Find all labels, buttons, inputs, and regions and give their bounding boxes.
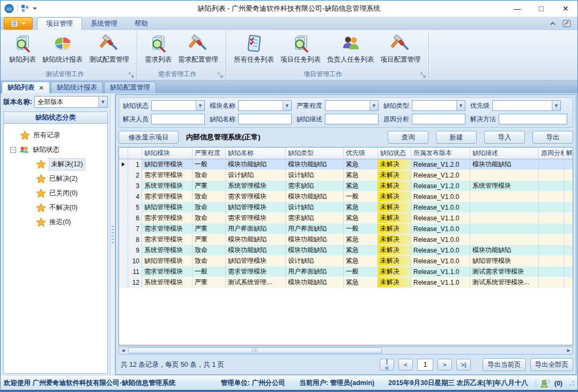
next-page-button[interactable]: > xyxy=(438,359,452,371)
column-header[interactable]: 优先级 xyxy=(344,147,378,159)
ribbon-tab-3[interactable]: 帮助 xyxy=(126,17,157,30)
table-cell: 设计缺陷 xyxy=(286,170,344,181)
table-row[interactable]: 2需求管理模块致命设计缺陷设计缺陷紧急未解决Release_V1.2.0 xyxy=(119,170,573,181)
export-all-pages-button[interactable]: 导出全部页 xyxy=(530,358,574,371)
table-cell: 模块功能缺陷 xyxy=(226,159,286,170)
table-row[interactable]: 5缺陷管理模块致命缺陷管理模块设计缺陷紧急未解决Release_V1.0.0 xyxy=(119,202,573,213)
ribbon-tab-2[interactable]: 系统管理 xyxy=(82,17,126,30)
prev-page-button[interactable]: < xyxy=(398,359,413,371)
modify-display-button[interactable]: 修改显示项目 xyxy=(118,131,179,144)
doc-search-icon xyxy=(13,34,32,54)
table-row[interactable]: 3系统管理模块严重系统管理模块需求缺陷紧急未解决Release_V1.2.0系统… xyxy=(119,181,573,191)
resize-grip[interactable] xyxy=(569,381,574,386)
ribbon-tab-1[interactable]: 项目管理 xyxy=(37,17,82,30)
chevron-down-icon[interactable]: ▼ xyxy=(283,101,291,110)
table-row[interactable]: 9系统管理模块致命模块功能缺陷模块功能缺陷紧急未解决Release_V1.0.0… xyxy=(119,245,573,256)
last-page-button[interactable]: >| xyxy=(456,359,471,371)
import-button[interactable]: 导入 xyxy=(484,131,525,144)
divider xyxy=(17,4,18,13)
filter-input[interactable] xyxy=(325,114,379,124)
maximize-button[interactable]: □ xyxy=(529,1,553,17)
caret-down-icon[interactable] xyxy=(33,7,37,10)
chevron-down-icon[interactable]: ▼ xyxy=(369,101,378,110)
scroll-right-icon[interactable]: ▶ xyxy=(565,347,573,354)
filter-input[interactable] xyxy=(412,114,465,124)
table-cell: 需求管理模块 xyxy=(142,224,192,234)
close-tab-icon[interactable]: ✕ xyxy=(39,84,44,92)
tree-item-status-2[interactable]: 已解决(2) xyxy=(4,172,107,186)
table-row[interactable]: 1缺陷管理模块一般模块功能缺陷模块功能缺陷紧急未解决Release_V1.2.0… xyxy=(119,159,573,170)
scroll-left-icon[interactable]: ◀ xyxy=(119,347,127,354)
tree-item-status-3[interactable]: 已关闭(0) xyxy=(4,186,107,201)
ribbon-button[interactable]: 负责人任务列表 xyxy=(324,33,377,66)
ribbon-button[interactable]: 所有任务列表 xyxy=(231,33,277,66)
ribbon-help-icon[interactable] xyxy=(562,19,572,28)
ribbon-button[interactable]: 项目任务列表 xyxy=(277,33,324,66)
ribbon-button[interactable]: 需求列表 xyxy=(142,33,175,66)
table-row[interactable]: 6需求管理模块致命需求管理模块需求缺陷紧急未解决Release_V1.1.0 xyxy=(119,213,573,224)
layout-icon[interactable] xyxy=(21,4,29,13)
scrollbar-track[interactable] xyxy=(127,347,565,354)
table-row[interactable]: 12系统管理模块严重测试系统管理...模块功能缺陷紧急未解决Release_V1… xyxy=(119,277,573,288)
ribbon-button[interactable]: 需求配置管理 xyxy=(175,33,221,66)
chevron-down-icon[interactable]: ▼ xyxy=(196,101,204,110)
application-menu-button[interactable] xyxy=(4,17,33,29)
launcher-icon[interactable] xyxy=(218,72,224,78)
query-button[interactable]: 查询 xyxy=(388,131,428,144)
column-header[interactable]: 缺陷描述 xyxy=(470,147,539,159)
filter-input[interactable] xyxy=(499,114,567,124)
user-status-icon[interactable] xyxy=(540,379,550,388)
close-button[interactable]: ✕ xyxy=(553,1,577,17)
column-header[interactable]: 原因分析 xyxy=(539,147,564,159)
ribbon-button[interactable]: 缺陷列表 xyxy=(6,33,39,66)
tree-item-status-1[interactable]: 未解决(12) xyxy=(4,157,107,172)
column-header[interactable]: 解决方法 xyxy=(564,147,573,159)
filter-input[interactable] xyxy=(238,114,292,124)
filter-dropdown[interactable]: ▼ xyxy=(151,100,205,111)
export-button[interactable]: 导出 xyxy=(532,131,573,144)
launcher-icon[interactable] xyxy=(420,72,426,78)
column-header[interactable]: 缺陷状态 xyxy=(378,147,411,159)
column-header[interactable]: 缺陷名称 xyxy=(226,147,286,159)
minimize-button[interactable]: — xyxy=(505,1,529,17)
first-page-button[interactable]: |< xyxy=(380,359,394,371)
table-row[interactable]: 7需求管理模块严重用户界面缺陷用户界面缺陷一般未解决Release_V1.0.0 xyxy=(119,224,573,234)
ribbon-button[interactable]: 项目配置管理 xyxy=(377,33,424,66)
column-header[interactable]: 缺陷模块 xyxy=(142,147,192,159)
tree-item-all-records[interactable]: 所有记录 xyxy=(4,128,107,143)
horizontal-scrollbar[interactable]: ◀ ▶ xyxy=(118,346,573,354)
document-tab-2[interactable]: 缺陷统计报表 xyxy=(51,82,103,93)
table-row[interactable]: 10缺陷管理模块致命缺陷管理模块设计缺陷紧急未解决Release_V1.0.0缺… xyxy=(119,256,573,267)
filter-input[interactable] xyxy=(151,114,205,124)
column-header[interactable]: 缺陷类型 xyxy=(286,147,344,159)
table-row[interactable]: 8需求管理模块严重模块功能缺陷模块功能缺陷紧急未解决Release_V1.0.0 xyxy=(119,234,573,245)
collapse-ribbon-icon[interactable] xyxy=(549,20,557,27)
tree-expander-icon[interactable]: − xyxy=(10,147,16,153)
version-combobox[interactable]: 全部版本 ▼ xyxy=(34,96,108,108)
tree-item-defect-status[interactable]: −缺陷状态 xyxy=(4,143,107,157)
scrollbar-thumb[interactable] xyxy=(128,347,382,353)
export-current-page-button[interactable]: 导出当前页 xyxy=(483,358,526,371)
sidebar-splitter[interactable] xyxy=(110,93,115,376)
table-cell xyxy=(539,224,564,234)
chevron-down-icon[interactable]: ▼ xyxy=(552,101,560,110)
chevron-down-icon[interactable]: ▼ xyxy=(98,97,107,107)
launcher-icon[interactable] xyxy=(129,72,135,78)
filter-dropdown[interactable]: ▼ xyxy=(238,100,292,111)
chevron-down-icon[interactable]: ▼ xyxy=(456,101,465,110)
ribbon-button[interactable]: 缺陷统计报表 xyxy=(39,33,86,66)
filter-dropdown[interactable]: ▼ xyxy=(412,100,465,111)
page-number-input[interactable] xyxy=(417,359,433,371)
ribbon-button[interactable]: 测试配置管理 xyxy=(86,33,132,66)
tree-item-status-5[interactable]: 推迟(0) xyxy=(4,215,107,230)
table-row[interactable]: 11需求管理模块一般需求管理模块用户界面缺陷一般未解决Release_V1.1.… xyxy=(119,267,573,277)
column-header[interactable]: 严重程度 xyxy=(192,147,226,159)
column-header[interactable]: 所属发布版本 xyxy=(411,147,470,159)
filter-dropdown[interactable]: ▼ xyxy=(325,100,379,111)
filter-dropdown[interactable]: ▼ xyxy=(492,100,561,111)
document-tab-3[interactable]: 缺陷配置管理 xyxy=(104,82,156,93)
table-row[interactable]: 4需求管理模块致命需求管理模块模块功能缺陷一般未解决Release_V1.0.0 xyxy=(119,191,573,202)
new-button[interactable]: 新建 xyxy=(436,131,477,144)
tree-item-status-4[interactable]: 不解决(0) xyxy=(4,201,107,215)
document-tab-1[interactable]: 缺陷列表✕ xyxy=(2,82,50,93)
